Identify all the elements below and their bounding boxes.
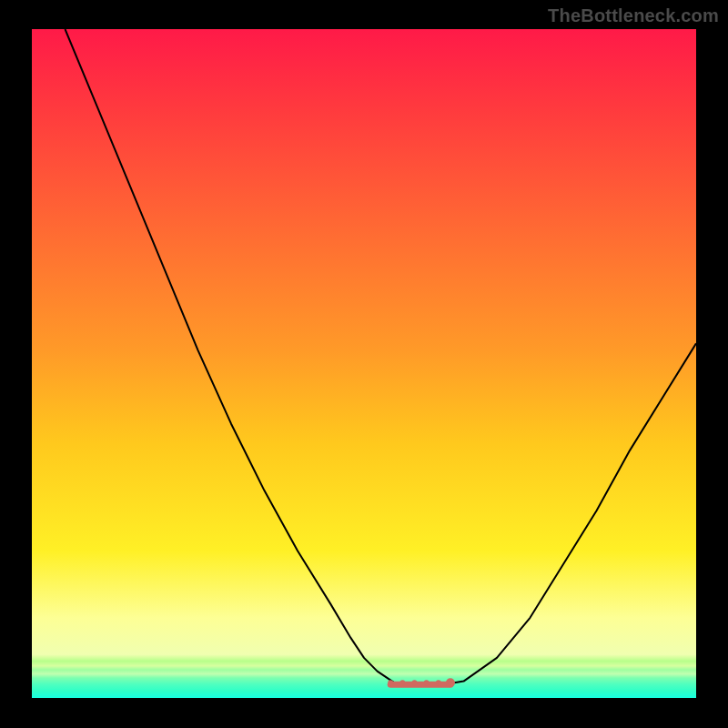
chart-frame: TheBottleneck.com [0, 0, 728, 728]
curve-svg [32, 29, 696, 698]
flat-zone-marker [388, 680, 393, 685]
flat-zone-marker [436, 680, 441, 685]
watermark-text: TheBottleneck.com [548, 5, 719, 26]
bottleneck-curve [66, 29, 697, 684]
flat-zone-marker [399, 680, 405, 685]
flat-zone-marker [412, 680, 418, 685]
flat-zone-marker [424, 680, 430, 685]
plot-area [32, 29, 696, 698]
flat-zone-marker [446, 678, 455, 687]
